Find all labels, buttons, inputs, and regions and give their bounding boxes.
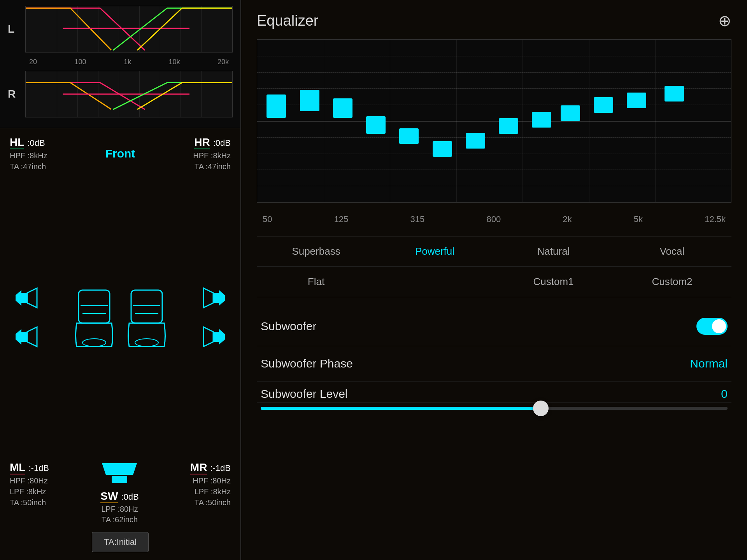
subwoofer-level-row: Subwoofer Level 0: [257, 382, 731, 403]
settings-section: Subwoofer Subwoofer Phase Normal Subwoof…: [257, 307, 731, 418]
sw-lpf: LPF :80Hz: [101, 505, 138, 514]
l-chart-area: [25, 6, 233, 52]
r-chart-area: [25, 71, 233, 117]
svg-point-11: [135, 339, 158, 346]
right-speaker-bottom-icon: [202, 323, 227, 350]
eq-bar-80hz[interactable]: [300, 90, 319, 111]
subwoofer-toggle[interactable]: [696, 318, 728, 335]
hr-hpf: HPF :8kHz: [193, 151, 231, 160]
eq-freq-5k: 5k: [634, 214, 643, 224]
subwoofer-phase-row: Subwoofer Phase Normal: [257, 346, 731, 382]
front-row: HL :0dB HPF :8kHz TA :47inch Front HR :0…: [10, 136, 231, 171]
mr-db: :-1dB: [210, 463, 231, 473]
l-crossover-curves: [26, 6, 232, 52]
eq-bar-8khz[interactable]: [627, 93, 646, 108]
eq-bar-3k15hz[interactable]: [561, 105, 580, 121]
left-speakers: [14, 284, 39, 350]
hl-db: :0dB: [27, 138, 45, 148]
subwoofer-label: Subwoofer: [261, 320, 316, 333]
zoom-icon[interactable]: ⊕: [718, 12, 731, 30]
r-channel-label: R: [8, 88, 16, 100]
l-channel-chart: L: [8, 6, 233, 52]
hr-id: HR: [194, 136, 210, 149]
mr-hpf: HPF :80Hz: [190, 476, 231, 485]
mr-id: MR: [190, 461, 207, 474]
ml-hpf: HPF :80Hz: [10, 476, 49, 485]
sw-info: SW :0dB LPF :80Hz TA :62inch: [98, 461, 141, 524]
eq-bar-800hz[interactable]: [466, 133, 485, 149]
toggle-knob: [712, 319, 726, 333]
eq-bar-2khz[interactable]: [532, 112, 551, 128]
eq-bar-500hz[interactable]: [433, 141, 452, 157]
hl-info: HL :0dB HPF :8kHz TA :47inch: [10, 136, 47, 171]
preset-custom2[interactable]: Custom2: [613, 274, 731, 290]
eq-title: Equalizer: [257, 12, 318, 29]
eq-header: Equalizer ⊕: [257, 12, 731, 30]
preset-custom1[interactable]: Custom1: [494, 274, 613, 290]
freq-label-20: 20: [29, 58, 37, 66]
freq-label-1k: 1k: [124, 58, 131, 66]
hr-ta: TA :47inch: [193, 162, 231, 171]
right-seat-icon: [123, 286, 170, 348]
svg-marker-5: [27, 327, 37, 346]
eq-freq-125: 125: [334, 214, 349, 224]
eq-bar-315hz[interactable]: [399, 128, 419, 144]
svg-marker-2: [27, 288, 37, 308]
subwoofer-row: Subwoofer: [257, 307, 731, 346]
eq-bar-1k25hz[interactable]: [499, 118, 518, 134]
mr-lpf: LPF :8kHz: [190, 487, 231, 496]
svg-point-7: [82, 339, 106, 346]
speaker-diagram: [10, 181, 231, 453]
mr-info: MR :-1dB HPF :80Hz LPF :8kHz TA :50inch: [190, 461, 231, 507]
subwoofer-level-container: Subwoofer Level 0: [257, 382, 731, 418]
svg-marker-19: [203, 327, 213, 346]
eq-bar-125hz[interactable]: [333, 98, 352, 118]
ta-initial-button[interactable]: TA:Initial: [92, 532, 149, 552]
eq-display[interactable]: [257, 39, 731, 203]
preset-flat[interactable]: Flat: [257, 274, 375, 290]
svg-rect-10: [131, 290, 162, 323]
slider-fill: [261, 407, 541, 410]
presets-row-2: Flat Custom1 Custom2: [257, 267, 731, 297]
svg-rect-4: [21, 332, 27, 342]
l-channel-label: L: [8, 23, 14, 35]
freq-label-10k: 10k: [168, 58, 180, 66]
preset-vocal[interactable]: Vocal: [613, 243, 731, 259]
left-speaker-bottom-icon: [14, 323, 39, 350]
svg-marker-20: [102, 463, 137, 475]
ml-ta: TA :50inch: [10, 498, 49, 507]
right-speakers: [202, 284, 227, 350]
svg-rect-1: [21, 293, 27, 303]
left-panel: L: [0, 0, 241, 560]
right-panel: Equalizer ⊕: [241, 0, 747, 560]
preset-empty: [375, 274, 494, 290]
preset-powerful[interactable]: Powerful: [375, 243, 494, 259]
ml-lpf: LPF :8kHz: [10, 487, 49, 496]
preset-superbass[interactable]: Superbass: [257, 243, 375, 259]
freq-label-100: 100: [74, 58, 86, 66]
right-speaker-top-icon: [202, 284, 227, 312]
subwoofer-level-slider[interactable]: [261, 407, 728, 410]
eq-bar-12k5hz[interactable]: [665, 86, 684, 102]
preset-natural[interactable]: Natural: [494, 243, 613, 259]
eq-freq-315: 315: [410, 214, 425, 224]
bottom-row: ML :-1dB HPF :80Hz LPF :8kHz TA :50inch …: [10, 461, 231, 524]
slider-thumb[interactable]: [533, 401, 549, 416]
svg-marker-16: [203, 288, 213, 308]
mr-ta: TA :50inch: [190, 498, 231, 507]
ml-info: ML :-1dB HPF :80Hz LPF :8kHz TA :50inch: [10, 461, 49, 507]
presets-row-1: Superbass Powerful Natural Vocal: [257, 236, 731, 267]
eq-freq-800: 800: [486, 214, 501, 224]
svg-rect-21: [112, 476, 127, 483]
subwoofer-phase-value[interactable]: Normal: [690, 357, 728, 370]
subwoofer-level-label: Subwoofer Level: [261, 387, 347, 401]
hl-hpf: HPF :8kHz: [10, 151, 47, 160]
freq-label-20k: 20k: [217, 58, 229, 66]
sw-ta: TA :62inch: [102, 515, 138, 524]
eq-bar-5khz[interactable]: [594, 97, 613, 113]
eq-freq-12k5: 12.5k: [705, 214, 726, 224]
eq-bar-50hz[interactable]: [267, 94, 286, 118]
svg-marker-14: [219, 290, 225, 306]
subwoofer-phase-label: Subwoofer Phase: [261, 357, 353, 370]
eq-bar-200hz[interactable]: [366, 116, 386, 134]
